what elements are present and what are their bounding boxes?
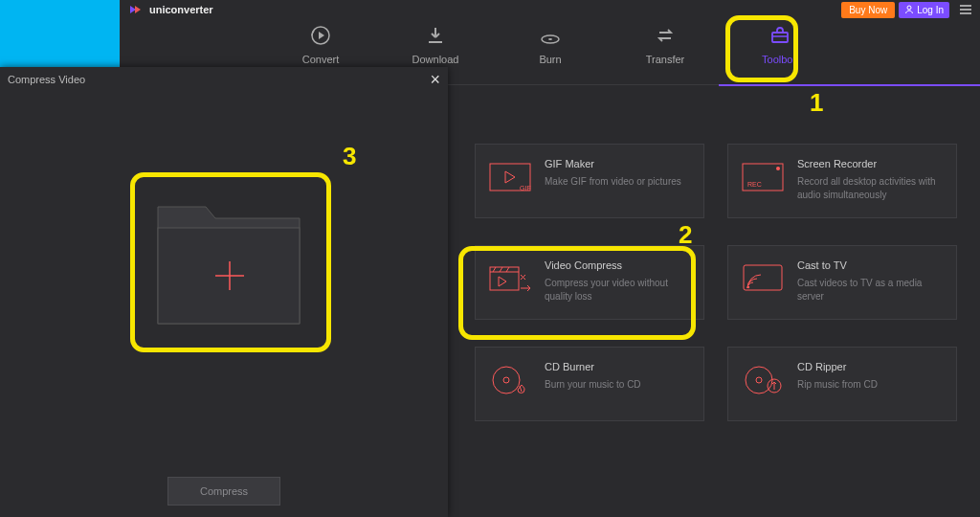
card-cast-to-tv[interactable]: Cast to TV Cast videos to TV as a media … bbox=[727, 245, 957, 320]
gif-icon: GIF bbox=[489, 158, 531, 196]
svg-point-2 bbox=[907, 6, 911, 10]
svg-rect-11 bbox=[772, 33, 788, 42]
svg-point-30 bbox=[756, 377, 762, 383]
tab-burn[interactable]: Burn bbox=[522, 23, 579, 65]
menu-icon[interactable] bbox=[959, 4, 972, 15]
card-title: Cast to TV bbox=[797, 259, 943, 271]
tab-download[interactable]: Download bbox=[407, 23, 464, 65]
panel-title: Compress Video bbox=[8, 74, 85, 85]
svg-marker-14 bbox=[505, 171, 515, 183]
cd-burner-icon bbox=[489, 361, 531, 399]
app-title: uniconverter bbox=[149, 4, 213, 15]
svg-text:GIF: GIF bbox=[520, 185, 531, 191]
tab-label: Transfer bbox=[646, 54, 685, 65]
card-desc: Cast videos to TV as a media server bbox=[797, 277, 943, 303]
card-title: Video Compress bbox=[545, 259, 690, 271]
close-icon[interactable]: × bbox=[430, 71, 440, 88]
svg-rect-25 bbox=[744, 265, 782, 290]
titlebar: uniconverter Buy Now Log In bbox=[121, 0, 980, 17]
video-compress-icon bbox=[489, 259, 531, 298]
user-icon bbox=[904, 5, 914, 14]
svg-point-27 bbox=[493, 367, 520, 393]
svg-text:REC: REC bbox=[747, 181, 762, 188]
tab-label: Convert bbox=[302, 54, 340, 65]
burn-icon bbox=[538, 23, 563, 48]
login-button[interactable]: Log In bbox=[899, 2, 949, 18]
buy-now-button[interactable]: Buy Now bbox=[841, 2, 895, 18]
card-title: Screen Recorder bbox=[797, 158, 943, 169]
panel-header: Compress Video × bbox=[0, 67, 448, 92]
cast-icon bbox=[742, 259, 784, 298]
card-cd-burner[interactable]: CD Burner Burn your music to CD bbox=[475, 347, 704, 421]
card-title: CD Ripper bbox=[797, 361, 878, 372]
toolbox-grid: GIF GIF Maker Make GIF from video or pic… bbox=[475, 144, 970, 421]
tab-label: Download bbox=[412, 54, 459, 65]
cd-ripper-icon bbox=[742, 361, 784, 399]
card-desc: Burn your music to CD bbox=[545, 378, 641, 392]
card-desc: Compress your video without quality loss bbox=[545, 277, 690, 303]
card-title: CD Burner bbox=[545, 361, 641, 372]
download-icon bbox=[423, 23, 448, 48]
svg-line-23 bbox=[506, 267, 509, 272]
card-screen-recorder[interactable]: REC Screen Recorder Record all desktop a… bbox=[727, 144, 957, 218]
svg-line-21 bbox=[493, 267, 496, 272]
tab-label: Toolbox bbox=[762, 54, 798, 65]
tab-toolbox[interactable]: Toolbox bbox=[751, 23, 809, 65]
card-video-compress[interactable]: Video Compress Compress your video witho… bbox=[475, 245, 704, 320]
nav-underline-active bbox=[719, 84, 980, 86]
toolbox-icon bbox=[768, 23, 792, 48]
svg-point-28 bbox=[503, 377, 509, 383]
compress-button[interactable]: Compress bbox=[167, 477, 280, 506]
tab-convert[interactable]: Convert bbox=[292, 23, 349, 65]
svg-marker-7 bbox=[319, 32, 324, 39]
svg-marker-1 bbox=[135, 6, 141, 13]
svg-point-26 bbox=[747, 286, 749, 288]
svg-rect-19 bbox=[490, 267, 519, 290]
convert-icon bbox=[308, 23, 333, 48]
compress-video-panel: Compress Video × Compress bbox=[0, 67, 448, 517]
svg-point-17 bbox=[776, 167, 780, 170]
card-cd-ripper[interactable]: CD Ripper Rip music from CD bbox=[727, 347, 957, 421]
svg-marker-24 bbox=[499, 277, 506, 286]
tab-label: Burn bbox=[539, 54, 561, 65]
svg-line-22 bbox=[500, 267, 502, 272]
card-desc: Record all desktop activities with audio… bbox=[797, 175, 943, 201]
card-gif-maker[interactable]: GIF GIF Maker Make GIF from video or pic… bbox=[475, 144, 704, 218]
tab-transfer[interactable]: Transfer bbox=[636, 23, 694, 65]
app-logo-icon bbox=[128, 4, 144, 15]
card-desc: Rip music from CD bbox=[797, 378, 878, 392]
card-desc: Make GIF from video or pictures bbox=[545, 175, 681, 189]
add-file-dropzone[interactable] bbox=[148, 190, 309, 333]
login-label: Log In bbox=[917, 5, 944, 15]
card-title: GIF Maker bbox=[545, 158, 681, 169]
svg-point-10 bbox=[548, 38, 552, 40]
transfer-icon bbox=[653, 23, 678, 48]
screen-recorder-icon: REC bbox=[742, 158, 784, 196]
